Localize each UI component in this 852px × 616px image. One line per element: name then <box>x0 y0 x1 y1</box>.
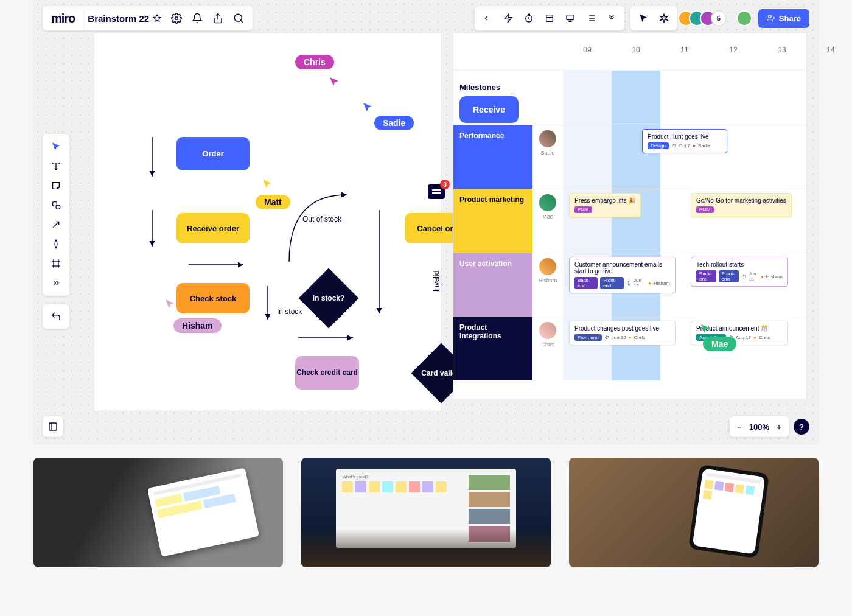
comments-icon[interactable] <box>582 9 600 27</box>
select-tool[interactable] <box>47 138 65 156</box>
svg-line-4 <box>241 20 243 22</box>
svg-point-18 <box>768 15 771 18</box>
more-tools[interactable] <box>47 274 65 292</box>
node-check-cc[interactable]: Check credit card <box>295 356 359 390</box>
timeline-row: User activation Hisham Customer announce… <box>453 253 806 317</box>
app-panel <box>475 6 624 30</box>
gallery-image-phone <box>569 458 819 567</box>
avatar <box>539 322 556 339</box>
zoom-in[interactable]: + <box>772 418 786 436</box>
milestone-receive[interactable]: Receive <box>459 96 519 123</box>
collaborators[interactable]: 5 <box>683 10 727 26</box>
board-name[interactable]: Brainstorm 22 <box>83 6 165 30</box>
top-left-toolbar: miro Brainstorm 22 <box>43 6 253 30</box>
help-button[interactable]: ? <box>794 419 809 435</box>
node-receive[interactable]: Receive order <box>176 213 250 243</box>
sticky-tool[interactable] <box>47 177 65 195</box>
miro-logo[interactable]: miro <box>47 12 79 26</box>
undo-button[interactable] <box>43 304 69 329</box>
search-icon[interactable] <box>229 9 248 27</box>
image-gallery: What's good? <box>0 444 852 567</box>
timeline-body: Milestones Receive Performance Sadie Pro… <box>453 70 806 399</box>
timeline-row-milestones: Milestones Receive <box>453 70 806 125</box>
avatar-count[interactable]: 5 <box>711 10 727 26</box>
timeline-row: Performance Sadie Product Hunt goes live… <box>453 125 806 189</box>
cursor-matt-icon <box>262 178 274 191</box>
timer-icon[interactable] <box>520 9 538 27</box>
reactions-icon[interactable] <box>655 9 673 27</box>
label-out-of-stock: Out of stock <box>302 215 341 223</box>
card-tech[interactable]: Tech rollout starts Back-endFront-end⏱Ju… <box>691 257 788 287</box>
svg-rect-30 <box>49 423 57 430</box>
cursor-mae: Mae <box>703 337 736 351</box>
left-toolbar <box>43 134 69 296</box>
timeline-row: Product Integrations Chris Product chang… <box>453 317 806 380</box>
collapse-icon[interactable] <box>478 9 497 27</box>
comment-thread[interactable]: 3 <box>428 184 445 199</box>
export-icon[interactable] <box>209 9 227 27</box>
frame-tool[interactable] <box>47 254 65 273</box>
avatar <box>539 258 556 275</box>
day: 12 <box>709 46 758 54</box>
gallery-image-screen: What's good? <box>301 458 551 567</box>
cursor-sadie-icon <box>362 102 374 114</box>
cursor-hisham-icon <box>164 298 176 310</box>
svg-line-25 <box>53 222 58 227</box>
share-button[interactable]: Share <box>758 9 809 28</box>
flowchart-frame[interactable]: Order Receive order Check stock Cancel o… <box>94 33 441 411</box>
avatar <box>539 130 556 147</box>
timeline-frame[interactable]: 09 10 11 12 13 14 Milestones Receive Per… <box>453 33 806 399</box>
svg-point-3 <box>234 14 242 21</box>
svg-point-1 <box>175 17 178 20</box>
bottom-right-controls: − 100% + ? <box>730 416 809 437</box>
avatar <box>539 194 556 211</box>
timeline-row: Product marketing Mae Press embargo lift… <box>453 189 806 253</box>
board-title: Brainstorm 22 <box>88 13 149 24</box>
cursor-mae-icon <box>700 323 712 335</box>
arrow-tool[interactable] <box>47 215 65 234</box>
zoom-level[interactable]: 100% <box>749 422 769 432</box>
star-icon[interactable] <box>153 14 161 23</box>
card-changes[interactable]: Product changes post goes live Front-end… <box>569 321 676 345</box>
text-tool[interactable] <box>47 157 65 175</box>
day: 13 <box>758 46 806 54</box>
cursor-chris-icon <box>329 76 341 88</box>
miro-canvas[interactable]: miro Brainstorm 22 5 <box>33 0 819 444</box>
timeline-header: 09 10 11 12 13 14 <box>563 46 806 54</box>
node-in-stock[interactable]: In stock? <box>299 268 359 329</box>
svg-rect-7 <box>546 15 553 22</box>
pointer-icon[interactable] <box>634 9 652 27</box>
card-product-hunt[interactable]: Product Hunt goes live Design⏱Oct 7●Sadi… <box>642 129 727 153</box>
svg-rect-9 <box>567 15 574 20</box>
label-in-stock: In stock <box>277 307 302 316</box>
card-gonogo[interactable]: Go/No-Go for marketing activities PMM <box>691 193 792 217</box>
zoom-out[interactable]: − <box>732 418 747 436</box>
present-icon[interactable] <box>561 9 579 27</box>
node-order[interactable]: Order <box>176 137 250 170</box>
day: 10 <box>612 46 660 54</box>
current-user-avatar[interactable] <box>736 10 752 26</box>
cursor-matt: Matt <box>256 195 290 209</box>
comment-count: 3 <box>440 180 450 189</box>
day: 14 <box>806 46 852 54</box>
node-check-stock[interactable]: Check stock <box>176 283 250 313</box>
bolt-icon[interactable] <box>499 9 517 27</box>
share-label: Share <box>779 14 801 23</box>
svg-point-24 <box>56 205 60 209</box>
note-icon[interactable] <box>540 9 559 27</box>
label-invalid: Invalid <box>432 271 441 292</box>
row-label: User activation <box>453 253 532 317</box>
card-customer[interactable]: Customer announcement emails start to go… <box>569 257 676 293</box>
pen-tool[interactable] <box>47 235 65 253</box>
top-right-toolbar: 5 Share <box>475 6 809 30</box>
row-label: Product Integrations <box>453 317 532 380</box>
shape-tool[interactable] <box>47 196 65 214</box>
zoom-control: − 100% + <box>730 416 789 437</box>
minimap-icon[interactable] <box>43 416 63 437</box>
more-icon[interactable] <box>602 9 621 27</box>
cursor-hisham: Hisham <box>173 318 222 333</box>
settings-icon[interactable] <box>167 9 186 27</box>
bell-icon[interactable] <box>188 9 206 27</box>
card-embargo[interactable]: Press embargo lifts 🎉 PMM <box>569 193 641 217</box>
svg-marker-5 <box>505 14 512 22</box>
